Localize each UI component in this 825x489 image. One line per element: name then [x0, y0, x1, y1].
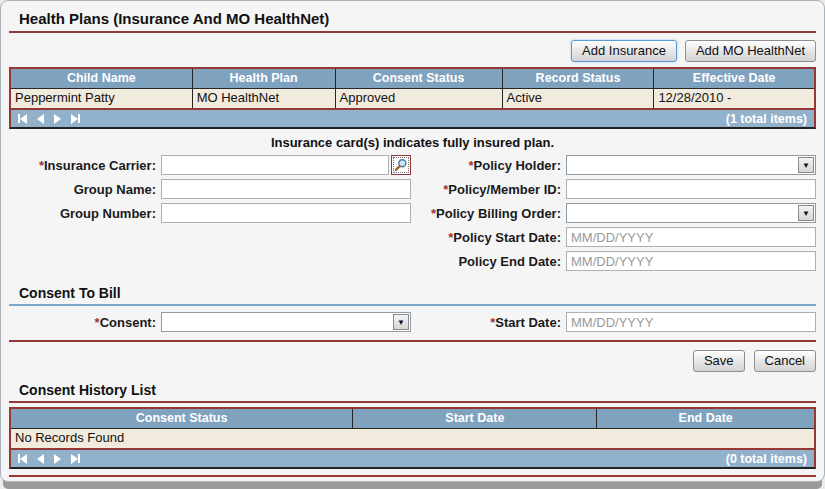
first-page-icon[interactable] [18, 114, 27, 124]
policy-billing-order-label: *Policy Billing Order: [411, 206, 566, 221]
magnifier-icon [394, 158, 408, 172]
health-plans-table: Child Name Health Plan Consent Status Re… [9, 67, 816, 129]
policy-holder-select[interactable]: ▼ [566, 155, 816, 175]
first-page-icon[interactable] [18, 454, 27, 464]
chevron-down-icon: ▼ [798, 205, 814, 221]
policy-start-date-input[interactable] [566, 227, 816, 247]
col-history-start-date: Start Date [352, 409, 596, 428]
last-page-icon[interactable] [71, 454, 80, 464]
health-plans-pager: (1 total items) [11, 108, 814, 127]
col-record-status: Record Status [502, 69, 654, 88]
pager-total: (0 total items) [726, 452, 807, 466]
cell-effective-date: 12/28/2010 - [653, 89, 814, 108]
insurance-note: Insurance card(s) indicates fully insure… [1, 135, 824, 150]
cell-record-status: Active [502, 89, 654, 108]
insurance-carrier-input[interactable] [161, 155, 389, 175]
cell-health-plan: MO HealthNet [192, 89, 335, 108]
pager-total: (1 total items) [726, 112, 807, 126]
consent-section-divider [9, 304, 816, 306]
insurance-form: *Insurance Carrier: *Policy Holder: ▼ Gr… [9, 155, 816, 271]
col-history-end-date: End Date [596, 409, 814, 428]
policy-end-date-label: Policy End Date: [411, 254, 566, 269]
policy-start-date-label: *Policy Start Date: [411, 230, 566, 245]
prev-page-icon[interactable] [37, 454, 44, 464]
title-divider [9, 31, 816, 33]
next-page-icon[interactable] [54, 454, 61, 464]
group-number-input[interactable] [161, 203, 411, 223]
history-title-divider [9, 401, 816, 403]
consent-to-bill-title: Consent To Bill [19, 285, 824, 301]
consent-select[interactable]: ▼ [161, 312, 411, 332]
no-records-row: No Records Found [11, 429, 814, 448]
history-bottom-divider [9, 475, 816, 477]
save-button[interactable]: Save [693, 350, 745, 372]
col-history-consent-status: Consent Status [11, 409, 352, 428]
consent-label: *Consent: [9, 315, 161, 330]
chevron-down-icon: ▼ [393, 314, 409, 330]
policy-end-date-input[interactable] [566, 251, 816, 271]
consent-history-table: Consent Status Start Date End Date No Re… [9, 407, 816, 469]
consent-bottom-divider [9, 340, 816, 342]
consent-history-header: Consent Status Start Date End Date [11, 409, 814, 429]
group-number-label: Group Number: [9, 206, 161, 221]
chevron-down-icon: ▼ [798, 157, 814, 173]
start-date-input[interactable] [566, 312, 816, 332]
policy-member-id-input[interactable] [566, 179, 816, 199]
add-insurance-button[interactable]: Add Insurance [571, 40, 677, 62]
prev-page-icon[interactable] [37, 114, 44, 124]
table-row[interactable]: Peppermint Patty MO HealthNet Approved A… [11, 89, 814, 108]
cell-consent-status: Approved [335, 89, 502, 108]
col-health-plan: Health Plan [192, 69, 335, 88]
page-title: Health Plans (Insurance And MO HealthNet… [1, 1, 824, 31]
consent-history-pager: (0 total items) [11, 448, 814, 467]
add-mo-healthnet-button[interactable]: Add MO HealthNet [685, 40, 816, 62]
group-name-input[interactable] [161, 179, 411, 199]
last-page-icon[interactable] [71, 114, 80, 124]
col-consent-status: Consent Status [335, 69, 502, 88]
policy-billing-order-select[interactable]: ▼ [566, 203, 816, 223]
insurance-carrier-lookup-button[interactable] [391, 155, 411, 175]
policy-holder-label: *Policy Holder: [411, 158, 566, 173]
cell-child-name: Peppermint Patty [11, 89, 192, 108]
start-date-label: *Start Date: [411, 315, 566, 330]
health-plans-panel: Health Plans (Insurance And MO HealthNet… [0, 0, 825, 482]
next-page-icon[interactable] [54, 114, 61, 124]
health-plans-table-header: Child Name Health Plan Consent Status Re… [11, 69, 814, 89]
col-child-name: Child Name [11, 69, 192, 88]
policy-member-id-label: *Policy/Member ID: [411, 182, 566, 197]
group-name-label: Group Name: [9, 182, 161, 197]
col-effective-date: Effective Date [653, 69, 814, 88]
consent-form: *Consent: ▼ *Start Date: [9, 312, 816, 332]
cancel-button[interactable]: Cancel [754, 350, 816, 372]
consent-history-title: Consent History List [19, 382, 824, 398]
insurance-carrier-label: *Insurance Carrier: [9, 158, 161, 173]
